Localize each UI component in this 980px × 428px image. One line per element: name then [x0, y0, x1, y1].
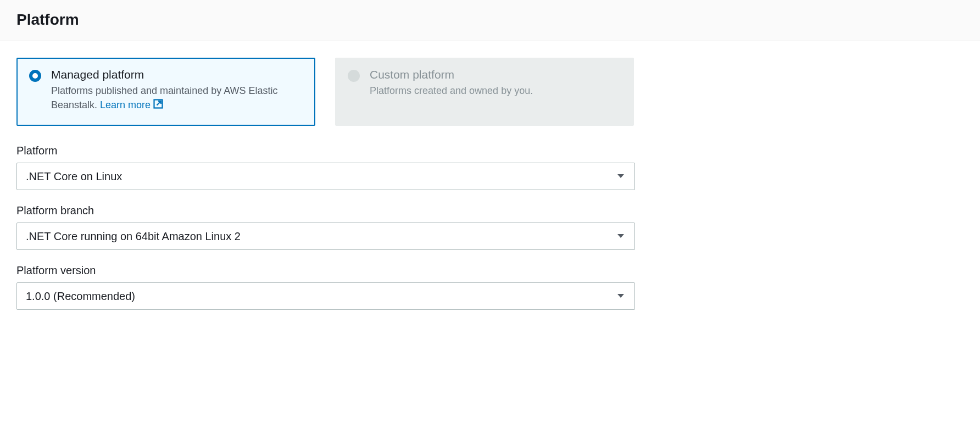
caret-down-icon [617, 231, 625, 241]
radio-selected-icon [29, 70, 41, 82]
platform-branch-label: Platform branch [16, 204, 964, 217]
page-title: Platform [16, 11, 964, 29]
panel-header: Platform [0, 0, 980, 41]
radio-disabled-icon [348, 70, 360, 82]
platform-label: Platform [16, 144, 964, 157]
platform-select-value: .NET Core on Linux [26, 170, 122, 183]
platform-version-select-value: 1.0.0 (Recommended) [26, 290, 135, 303]
custom-platform-tile: Custom platform Platforms created and ow… [335, 58, 634, 126]
caret-down-icon [617, 171, 625, 181]
managed-tile-desc-text: Platforms published and maintained by AW… [51, 85, 278, 110]
custom-tile-desc: Platforms created and owned by you. [370, 84, 621, 98]
platform-version-select[interactable]: 1.0.0 (Recommended) [16, 282, 635, 310]
custom-tile-text: Custom platform Platforms created and ow… [370, 68, 621, 113]
managed-tile-text: Managed platform Platforms published and… [51, 68, 303, 113]
external-link-icon [153, 98, 164, 113]
learn-more-link[interactable]: Learn more [100, 99, 164, 110]
managed-tile-title: Managed platform [51, 68, 303, 81]
platform-branch-select[interactable]: .NET Core running on 64bit Amazon Linux … [16, 223, 635, 250]
platform-version-label: Platform version [16, 264, 964, 277]
custom-tile-title: Custom platform [370, 68, 621, 81]
platform-select[interactable]: .NET Core on Linux [16, 163, 635, 190]
panel-body: Managed platform Platforms published and… [0, 41, 980, 341]
learn-more-text: Learn more [100, 99, 151, 110]
platform-type-tiles: Managed platform Platforms published and… [16, 58, 964, 126]
platform-version-field: Platform version 1.0.0 (Recommended) [16, 264, 964, 310]
managed-tile-desc: Platforms published and maintained by AW… [51, 84, 303, 113]
managed-platform-tile[interactable]: Managed platform Platforms published and… [16, 58, 315, 126]
platform-branch-select-value: .NET Core running on 64bit Amazon Linux … [26, 230, 241, 243]
platform-branch-field: Platform branch .NET Core running on 64b… [16, 204, 964, 250]
platform-field: Platform .NET Core on Linux [16, 144, 964, 190]
caret-down-icon [617, 291, 625, 301]
